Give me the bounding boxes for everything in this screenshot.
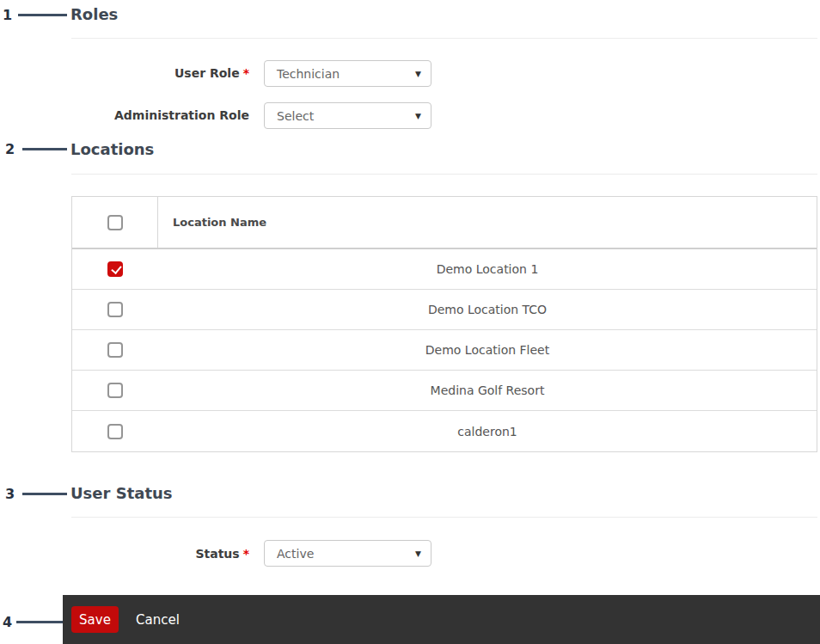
section-divider bbox=[71, 38, 817, 39]
row-checkbox[interactable] bbox=[107, 302, 123, 317]
callout-line-3 bbox=[22, 493, 67, 495]
callout-line-4 bbox=[16, 621, 69, 623]
table-row: Demo Location Fleet bbox=[72, 330, 817, 371]
status-label-text: Status bbox=[195, 547, 239, 561]
callout-number-4: 4 bbox=[3, 614, 12, 630]
callout-number-1: 1 bbox=[3, 7, 12, 23]
location-name: Demo Location 1 bbox=[158, 249, 817, 289]
row-checkbox[interactable] bbox=[107, 261, 123, 277]
chevron-down-icon: ▼ bbox=[415, 112, 421, 120]
user-role-selected-value: Technician bbox=[277, 67, 340, 81]
user-role-label: User Role* bbox=[71, 66, 249, 80]
cancel-button[interactable]: Cancel bbox=[136, 595, 180, 644]
chevron-down-icon: ▼ bbox=[415, 70, 421, 77]
location-name: Medina Golf Resort bbox=[158, 371, 817, 410]
location-name: calderon1 bbox=[158, 411, 817, 451]
administration-role-label: Administration Role bbox=[71, 108, 249, 122]
table-row: calderon1 bbox=[72, 411, 817, 451]
required-asterisk: * bbox=[243, 66, 249, 80]
administration-role-label-text: Administration Role bbox=[114, 108, 249, 122]
administration-role-selected-value: Select bbox=[277, 109, 314, 123]
row-checkbox[interactable] bbox=[107, 424, 123, 439]
user-role-label-text: User Role bbox=[174, 66, 240, 80]
checkbox-cell bbox=[72, 330, 158, 370]
chevron-down-icon: ▼ bbox=[415, 549, 421, 557]
table-row: Demo Location TCO bbox=[72, 290, 817, 330]
row-checkbox[interactable] bbox=[107, 342, 123, 358]
checkbox-cell bbox=[72, 411, 158, 451]
column-header-location-name[interactable]: Location Name bbox=[158, 197, 817, 248]
required-asterisk: * bbox=[243, 547, 249, 561]
table-row: Medina Golf Resort bbox=[72, 371, 817, 411]
section-divider bbox=[71, 174, 817, 175]
section-title-user-status: User Status bbox=[70, 484, 173, 502]
checkbox-cell bbox=[72, 290, 158, 329]
locations-table: Location Name Demo Location 1 Demo Locat… bbox=[71, 196, 817, 452]
save-button[interactable]: Save bbox=[71, 606, 119, 633]
location-name: Demo Location Fleet bbox=[158, 330, 817, 370]
status-select[interactable]: Active ▼ bbox=[264, 540, 431, 567]
row-checkbox[interactable] bbox=[107, 383, 123, 398]
status-label: Status* bbox=[71, 547, 249, 561]
select-all-checkbox[interactable] bbox=[107, 215, 123, 230]
administration-role-select[interactable]: Select ▼ bbox=[264, 102, 431, 129]
callout-line-2 bbox=[22, 148, 67, 150]
action-bar: Save Cancel bbox=[63, 595, 820, 644]
user-role-select[interactable]: Technician ▼ bbox=[264, 60, 431, 87]
locations-table-header: Location Name bbox=[72, 197, 817, 249]
checkbox-cell bbox=[72, 371, 158, 410]
table-row: Demo Location 1 bbox=[72, 249, 817, 290]
section-divider bbox=[71, 517, 817, 518]
callout-number-3: 3 bbox=[5, 486, 15, 502]
checkbox-cell bbox=[72, 249, 158, 289]
section-title-locations: Locations bbox=[70, 140, 154, 158]
select-all-cell bbox=[72, 197, 158, 248]
callout-line-1 bbox=[18, 14, 67, 16]
section-title-roles: Roles bbox=[70, 5, 118, 23]
callout-number-2: 2 bbox=[5, 141, 15, 157]
status-selected-value: Active bbox=[277, 547, 314, 561]
location-name: Demo Location TCO bbox=[158, 290, 817, 329]
